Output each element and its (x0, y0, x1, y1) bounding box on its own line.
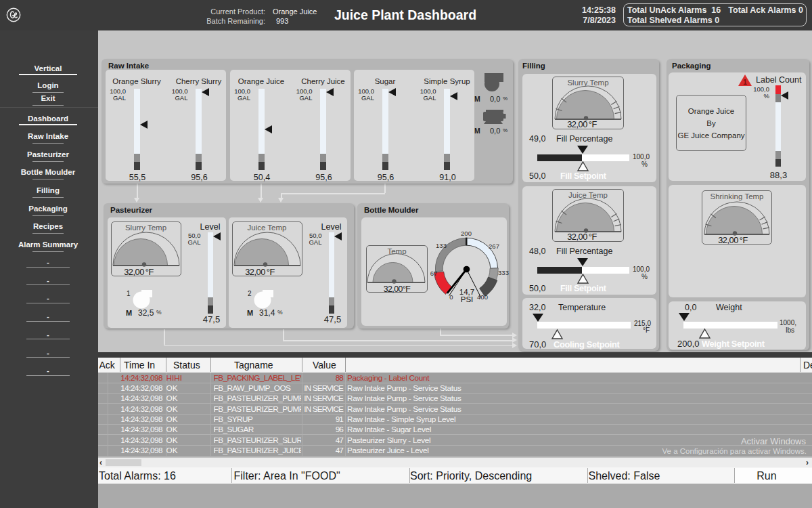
svg-text:1: 1 (743, 79, 747, 86)
